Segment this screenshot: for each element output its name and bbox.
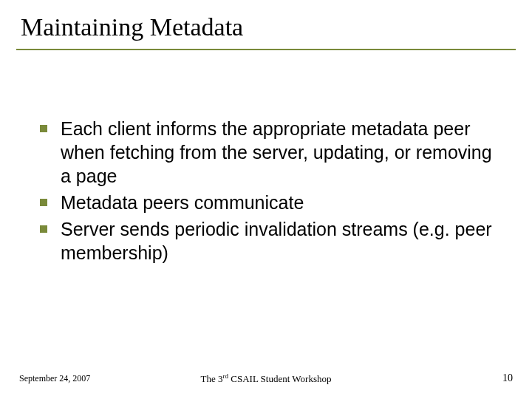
square-bullet-icon bbox=[40, 125, 47, 132]
square-bullet-icon bbox=[40, 199, 47, 206]
page-number: 10 bbox=[502, 372, 513, 384]
list-item: Each client informs the appropriate meta… bbox=[40, 117, 501, 188]
venue-prefix: The 3 bbox=[201, 373, 223, 384]
bullet-text: Each client informs the appropriate meta… bbox=[61, 117, 501, 188]
bullet-text: Metadata peers communicate bbox=[61, 191, 304, 214]
slide: Maintaining Metadata Each client informs… bbox=[0, 0, 532, 399]
bullet-text: Server sends periodic invalidation strea… bbox=[61, 217, 501, 265]
footer: September 24, 2007 The 3rd CSAIL Student… bbox=[0, 372, 532, 384]
square-bullet-icon bbox=[40, 225, 47, 233]
list-item: Metadata peers communicate bbox=[40, 191, 501, 214]
venue-suffix: CSAIL Student Workshop bbox=[228, 373, 331, 384]
slide-title: Maintaining Metadata bbox=[21, 13, 516, 41]
footer-venue: The 3rd CSAIL Student Workshop bbox=[201, 372, 332, 385]
bullet-list: Each client informs the appropriate meta… bbox=[16, 117, 516, 265]
footer-date: September 24, 2007 bbox=[19, 373, 90, 384]
list-item: Server sends periodic invalidation strea… bbox=[40, 217, 501, 265]
title-rule: Maintaining Metadata bbox=[16, 13, 516, 50]
